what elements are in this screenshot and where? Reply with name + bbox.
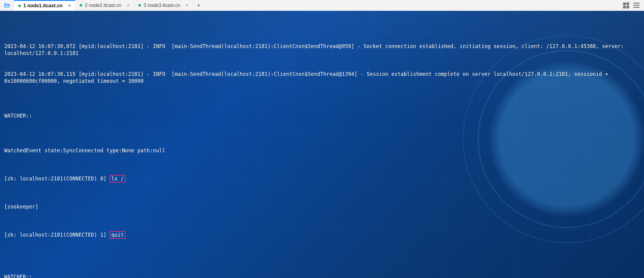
layout-grid-icon[interactable] (623, 2, 629, 9)
status-dot-icon (138, 4, 141, 7)
highlighted-command-ls: ls / (110, 175, 126, 183)
tab-bar: 1 node1.itcast.cn × 2 node2.itcast.cn × … (0, 0, 644, 11)
tab-label: 1 node1.itcast.cn (23, 3, 63, 8)
folder-open-icon (4, 2, 10, 9)
log-line: WATCHER:: (4, 273, 640, 278)
close-tab-icon[interactable]: × (186, 3, 188, 8)
tabs-container: 1 node1.itcast.cn × 2 node2.itcast.cn × … (14, 0, 205, 11)
highlighted-command-quit: quit (110, 231, 126, 239)
prompt-line: [zk: localhost:2181(CONNECTED) 0] ls / (4, 175, 640, 183)
log-line: WatchedEvent state:SyncConnected type:No… (4, 147, 640, 154)
open-folder-button[interactable] (0, 0, 14, 11)
prompt-prefix: [zk: localhost:2181(CONNECTED) 0] (4, 176, 110, 182)
tabbar-right (623, 0, 644, 11)
tab-label: 2 node2.itcast.cn (85, 3, 121, 8)
status-dot-icon (80, 4, 82, 7)
log-line: WATCHER:: (4, 112, 640, 119)
tab-node2[interactable]: 2 node2.itcast.cn × (75, 0, 134, 11)
status-dot-icon (18, 5, 21, 7)
log-line: [zookeeper] (4, 203, 640, 210)
tab-node3[interactable]: 3 node3.itcast.cn × (134, 0, 193, 11)
new-tab-button[interactable]: + (193, 0, 205, 11)
tab-label: 3 node3.itcast.cn (143, 3, 180, 8)
log-line: 2023-04-12 16:07:30,115 [myid:localhost:… (4, 71, 640, 85)
close-tab-icon[interactable]: × (68, 3, 71, 8)
hamburger-menu-icon[interactable] (633, 2, 640, 9)
prompt-line: [zk: localhost:2181(CONNECTED) 1] quit (4, 231, 640, 239)
tab-node1[interactable]: 1 node1.itcast.cn × (14, 0, 75, 11)
terminal[interactable]: 2023-04-12 16:07:30,072 [myid:localhost:… (0, 11, 644, 278)
prompt-prefix: [zk: localhost:2181(CONNECTED) 1] (4, 232, 110, 238)
log-line: 2023-04-12 16:07:30,072 [myid:localhost:… (4, 43, 640, 57)
close-tab-icon[interactable]: × (127, 3, 130, 8)
